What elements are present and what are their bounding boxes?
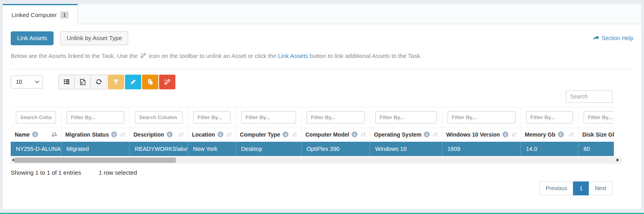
section-help-label: Section Help — [602, 35, 633, 41]
unlink-by-asset-type-button[interactable]: Unlink by Asset Type — [60, 31, 128, 45]
filter-cell-computer-model — [301, 107, 370, 127]
cell-disk-size-gb[interactable]: 80 — [578, 142, 614, 156]
cell-description[interactable]: READYWORKS\aluna — [129, 142, 188, 156]
info-icon[interactable]: i — [502, 131, 508, 137]
pencil-icon — [130, 79, 136, 85]
sort-icon[interactable] — [569, 132, 574, 137]
filter-cell-name — [11, 107, 61, 127]
export-excel-button[interactable]: x — [75, 75, 91, 89]
info-icon[interactable]: i — [558, 131, 564, 137]
filter-cell-migration-status — [61, 107, 129, 127]
info-icon[interactable]: i — [32, 131, 38, 137]
divider — [11, 69, 633, 69]
cell-windows-10-version[interactable]: 1809 — [442, 142, 521, 156]
column-list-button[interactable] — [58, 75, 75, 89]
scrollbar-thumb[interactable] — [15, 158, 176, 163]
sort-icon[interactable] — [120, 132, 125, 137]
filter-input-disk-size-gb[interactable] — [584, 111, 614, 123]
filter-cell-description — [129, 107, 188, 127]
scrollbar-left-arrow-icon[interactable] — [12, 158, 14, 162]
column-label: Operating System — [374, 131, 422, 138]
cell-name[interactable]: NY255-D-ALUNA — [11, 142, 61, 156]
copy-icon — [147, 79, 154, 85]
edit-button[interactable] — [125, 75, 141, 89]
toolbar-button-group: x — [58, 75, 107, 89]
description-part: Below are the Assets linked to the Task.… — [11, 52, 138, 59]
info-icon[interactable]: i — [352, 131, 358, 137]
column-header-location[interactable]: Locationi — [188, 127, 236, 142]
cell-migration-status[interactable]: Migrated — [61, 142, 129, 156]
info-icon[interactable]: i — [167, 131, 173, 137]
sort-icon[interactable] — [433, 132, 438, 137]
column-header-windows-10-version[interactable]: Windows 10 Versioni — [442, 127, 521, 142]
linked-computer-panel: Linked Computer 1 Link Assets Unlink by … — [3, 4, 641, 210]
cell-computer-model[interactable]: OptiPlex 390 — [301, 142, 370, 156]
filter-input-operating-system[interactable] — [375, 111, 437, 123]
table-footer: Showing 1 to 1 of 1 entries 1 row select… — [11, 169, 633, 176]
filter-button[interactable] — [108, 75, 124, 89]
column-label: Description — [134, 131, 164, 138]
column-header-description[interactable]: Descriptioni — [129, 127, 188, 142]
filter-funnel-icon — [113, 79, 119, 85]
refresh-button[interactable] — [91, 75, 107, 89]
column-header-migration-status[interactable]: Migration Statusi — [61, 127, 129, 142]
table-row[interactable]: NY255-D-ALUNAMigratedREADYWORKS\alunaNew… — [11, 142, 614, 156]
pagination: Previous 1 Next — [11, 181, 613, 195]
sort-icon[interactable] — [361, 132, 366, 137]
column-header-memory-gb[interactable]: Memory Gbi — [521, 127, 578, 142]
table-search-input[interactable] — [566, 91, 613, 103]
page-size-select-wrap: 10 — [11, 75, 43, 89]
unlink-icon — [164, 79, 171, 85]
copy-button[interactable] — [142, 75, 158, 89]
filter-input-description[interactable] — [135, 111, 183, 123]
section-help-link[interactable]: Section Help — [593, 35, 633, 41]
section-help-arrow-icon — [593, 36, 600, 41]
filter-input-migration-status[interactable] — [67, 111, 124, 123]
horizontal-scrollbar[interactable] — [11, 157, 621, 164]
sort-icon[interactable] — [227, 132, 232, 137]
description-part: button to link additional Assets to the … — [310, 52, 422, 59]
link-assets-button[interactable]: Link Assets — [11, 31, 54, 45]
column-label: Migration Status — [65, 131, 109, 138]
column-header-computer-model[interactable]: Computer Modeli — [301, 127, 370, 142]
assets-table: NameiMigration StatusiDescriptioniLocati… — [11, 107, 614, 156]
cell-memory-gb[interactable]: 14.0 — [521, 142, 578, 156]
filter-input-memory-gb[interactable] — [526, 111, 573, 123]
info-icon[interactable]: i — [217, 131, 223, 137]
sort-active-icon[interactable] — [52, 132, 57, 137]
sort-icon[interactable] — [179, 132, 184, 137]
column-header-computer-type[interactable]: Computer Typei — [236, 127, 301, 142]
info-icon[interactable]: i — [424, 131, 430, 137]
unlink-assets-button[interactable] — [159, 75, 175, 89]
refresh-icon — [96, 79, 102, 85]
pagination-previous-button[interactable]: Previous — [539, 181, 573, 195]
grid-toolbar: 10 — [11, 75, 633, 89]
cell-operating-system[interactable]: Windows 10 — [370, 142, 442, 156]
filter-input-computer-model[interactable] — [307, 111, 365, 123]
scrollbar-right-arrow-icon[interactable] — [617, 158, 619, 162]
filter-input-windows-10-version[interactable] — [448, 111, 515, 123]
column-header-disk-size-gb[interactable]: Disk Size Gbi — [578, 127, 614, 142]
sort-icon[interactable] — [511, 132, 517, 137]
column-header-name[interactable]: Namei — [11, 127, 61, 142]
cell-computer-type[interactable]: Desktop — [236, 142, 301, 156]
info-icon[interactable]: i — [111, 131, 117, 137]
filter-input-name[interactable] — [16, 111, 56, 123]
filter-input-computer-type[interactable] — [241, 111, 296, 123]
column-label: Computer Type — [240, 131, 281, 138]
pagination-next-button[interactable]: Next — [589, 181, 613, 195]
grid-viewport: NameiMigration StatusiDescriptioniLocati… — [11, 107, 614, 156]
left-actions: Link Assets Unlink by Asset Type — [11, 31, 128, 45]
description-text: Below are the Assets linked to the Task.… — [11, 52, 633, 61]
pagination-page-1-button[interactable]: 1 — [573, 181, 589, 195]
column-header-operating-system[interactable]: Operating Systemi — [370, 127, 442, 142]
info-icon[interactable]: i — [283, 131, 288, 137]
filter-input-location[interactable] — [193, 111, 231, 123]
list-icon — [63, 79, 70, 85]
page-size-select[interactable]: 10 — [11, 75, 43, 89]
tab-count-badge: 1 — [60, 12, 69, 19]
sort-icon[interactable] — [292, 132, 297, 137]
tab-linked-computer[interactable]: Linked Computer 1 — [3, 4, 78, 25]
link-assets-inline-link[interactable]: Link Assets — [278, 52, 308, 59]
cell-location[interactable]: New York — [188, 142, 236, 156]
